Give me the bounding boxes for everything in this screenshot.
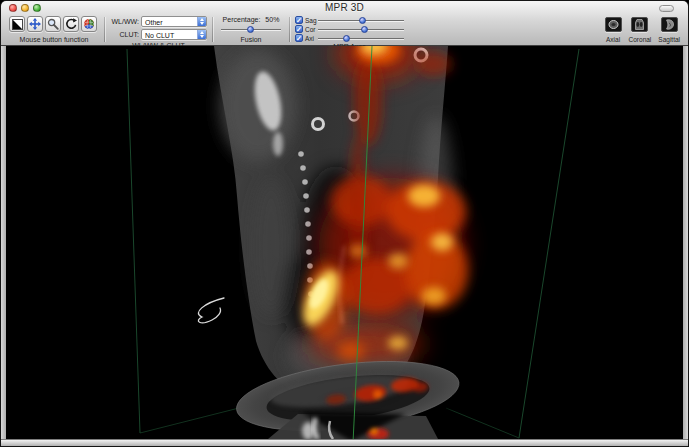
3d-sphere-icon (83, 18, 95, 30)
annotation-squiggle[interactable] (198, 298, 224, 323)
right-frame (683, 46, 688, 439)
wlww-label: WL/WW: (110, 18, 139, 25)
magnifier-icon (47, 18, 59, 30)
wlww-popup-menu[interactable]: Other (141, 16, 207, 27)
minimize-button[interactable] (21, 4, 29, 12)
axial-view-label: Axial (606, 36, 620, 45)
fusion-slider[interactable] (221, 25, 281, 34)
cor-axis-checkbox[interactable]: ✓ (295, 25, 303, 33)
mouse-function-label: Mouse button function (9, 36, 99, 45)
popup-arrows-icon (197, 30, 206, 39)
zoom-window-button[interactable] (33, 4, 41, 12)
axi-axis-label: Axi (305, 35, 318, 42)
wl-ww-tool-button[interactable] (9, 16, 25, 32)
toolbar-separator (289, 17, 290, 42)
sagittal-thumbnail-icon (663, 19, 676, 30)
fusion-group: Percentage: 50% Fusion (218, 15, 284, 45)
axial-thumbnail-icon (607, 19, 620, 30)
mpr-axes-group: ✓ Sag ✓ Cor ✓ (295, 15, 404, 45)
traffic-lights (9, 4, 41, 12)
wlww-popup-value: Other (142, 17, 197, 26)
sag-slider-thumb[interactable] (359, 17, 366, 24)
mpr-3d-scene (6, 46, 683, 439)
toolbar-separator (212, 17, 213, 42)
fusion-percentage-label: Percentage: (223, 16, 261, 23)
fusion-percentage-value: 50% (265, 16, 279, 23)
coronal-thumbnail-icon (633, 19, 646, 30)
coronal-view-label: Coronal (629, 36, 652, 45)
wlww-clut-group: WL/WW: Other CLUT: No CLUT W (110, 15, 207, 45)
titlebar[interactable]: MPR 3D (1, 1, 688, 15)
contrast-icon (12, 19, 23, 30)
zoom-tool-button[interactable] (45, 16, 61, 32)
cor-slider-thumb[interactable] (361, 26, 368, 33)
axial-view-button[interactable] (605, 17, 622, 32)
mpr-3d-viewport[interactable] (6, 46, 683, 439)
popup-arrows-icon (197, 17, 206, 26)
rotate-arrow-icon (65, 18, 77, 30)
sag-axis-label: Sag (305, 17, 318, 24)
window-header: MPR 3D (1, 1, 688, 46)
axi-slider-thumb[interactable] (343, 35, 350, 42)
move-arrows-icon (29, 18, 41, 30)
window-content (1, 46, 688, 439)
view-buttons-group: Axial Coronal (605, 15, 680, 45)
mpr-3d-window: MPR 3D (0, 0, 689, 447)
rotate-tool-button[interactable] (63, 16, 79, 32)
window-bottom-frame[interactable] (1, 439, 688, 446)
coronal-view-button[interactable] (631, 17, 648, 32)
window-title: MPR 3D (1, 1, 688, 15)
toolbar-separator (104, 17, 105, 42)
sagittal-view-button[interactable] (661, 17, 678, 32)
cor-axis-label: Cor (305, 26, 318, 33)
mouse-function-group: Mouse button function (9, 15, 99, 45)
clut-label: CLUT: (110, 31, 139, 38)
close-button[interactable] (9, 4, 17, 12)
axi-axis-slider[interactable] (318, 34, 404, 43)
rotate-3d-tool-button[interactable] (81, 16, 97, 32)
toolbar: Mouse button function WL/WW: Other CLUT: (1, 15, 688, 45)
sagittal-view-label: Sagittal (658, 36, 680, 45)
fusion-group-label: Fusion (218, 36, 284, 45)
toolbar-toggle-pill[interactable] (659, 5, 674, 12)
clut-popup-menu[interactable]: No CLUT (141, 29, 207, 40)
cor-axis-slider[interactable] (318, 25, 404, 34)
sag-axis-slider[interactable] (318, 16, 404, 25)
clut-popup-value: No CLUT (142, 30, 197, 39)
sag-axis-checkbox[interactable]: ✓ (295, 16, 303, 24)
fusion-slider-thumb[interactable] (247, 26, 254, 33)
pan-tool-button[interactable] (27, 16, 43, 32)
axi-axis-checkbox[interactable]: ✓ (295, 34, 303, 42)
sagittal-fused-slice (214, 46, 468, 400)
